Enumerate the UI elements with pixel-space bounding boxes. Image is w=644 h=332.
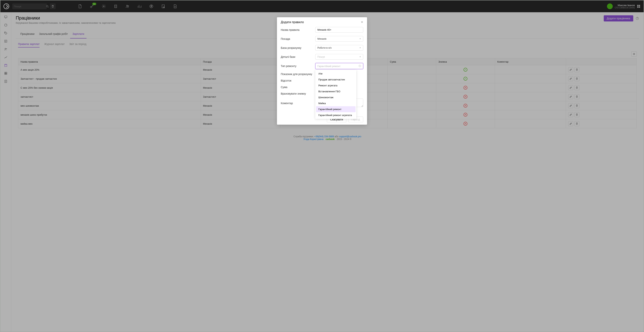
percent-label: Відсоток — [281, 79, 315, 82]
position-label: Посада — [281, 37, 315, 40]
close-icon[interactable]: ✕ — [361, 20, 363, 24]
chevron-down-icon: ▼ — [359, 38, 361, 40]
dropdown-option[interactable]: Ремонт агрегата — [316, 83, 356, 88]
discount-label: Враховувати знижку — [281, 92, 315, 95]
dropdown-option[interactable]: А/м — [316, 71, 356, 77]
clear-icon[interactable]: ⓧ — [359, 64, 361, 68]
indicator-label: Показник для розрахунку — [281, 73, 315, 76]
add-rule-modal: Додати правило ✕ Назва правила Посада Ме… — [277, 17, 367, 125]
repair-type-select[interactable]: Гарантійний ремонт ⓧ — [315, 63, 363, 69]
modal-title: Додати правило — [281, 20, 304, 24]
dropdown-option[interactable]: Мийка — [316, 100, 356, 106]
position-select[interactable]: Механік ▼ — [315, 36, 363, 41]
sum-label: Сума — [281, 86, 315, 89]
dropdown-option[interactable]: Шиномонтаж — [316, 94, 356, 100]
comment-label: Коментар — [281, 102, 315, 105]
repair-type-label: Тип ремонту — [281, 64, 315, 68]
repair-type-dropdown: А/мПродаж автозапчастинРемонт агрегатаВс… — [315, 70, 356, 119]
modal-overlay[interactable]: Додати правило ✕ Назва правила Посада Ме… — [0, 0, 644, 332]
details-label: Деталі бази — [281, 55, 315, 58]
chevron-down-icon: ▼ — [359, 56, 361, 58]
name-input[interactable] — [315, 27, 363, 32]
base-label: База розрахунку — [281, 46, 315, 49]
dropdown-option[interactable]: Продаж автозапчастин — [316, 77, 356, 83]
dropdown-option[interactable]: Встановлення ГБО — [316, 88, 356, 94]
dropdown-option[interactable]: Гарантійний ремонт агрегата — [316, 112, 356, 118]
chevron-down-icon: ▼ — [359, 47, 361, 49]
dropdown-option[interactable]: Гарантійний ремонт — [316, 106, 356, 112]
name-label: Назва правила — [281, 28, 315, 31]
details-select[interactable]: Пошук ▼ — [315, 54, 363, 60]
base-select[interactable]: Роботи в н/з ▼ — [315, 45, 363, 50]
